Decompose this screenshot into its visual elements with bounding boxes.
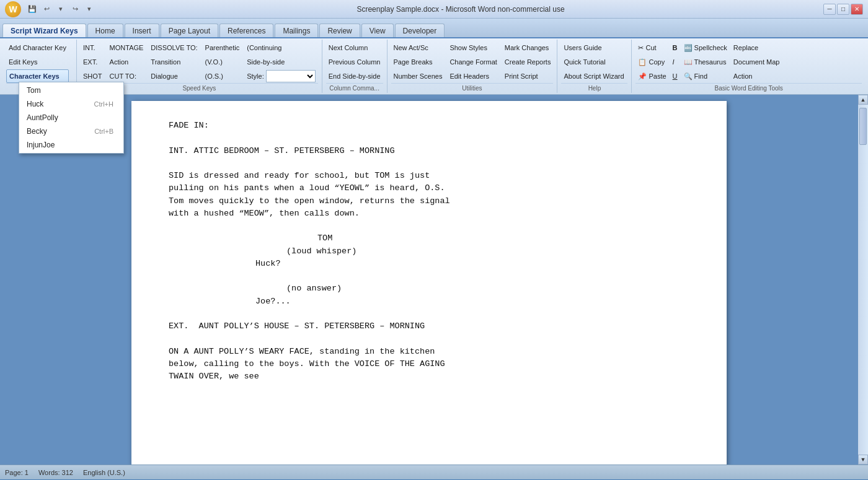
tab-review[interactable]: Review — [319, 24, 360, 37]
scrollbar-vertical[interactable]: ▲ ▼ — [858, 95, 868, 465]
edit-keys-button[interactable]: Edit Keys — [6, 55, 69, 69]
tab-references[interactable]: References — [219, 24, 273, 37]
quick-tutorial-button[interactable]: Quick Tutorial — [561, 55, 626, 69]
group-content-column: Next Column Previous Column End Side-by-… — [326, 41, 383, 83]
cut-to-button[interactable]: CUT TO: — [107, 69, 146, 83]
italic-button[interactable]: I — [670, 55, 680, 69]
line-parenthetical-1: (loud whisper) — [286, 245, 689, 258]
utilities-col2: Show Styles Change Format Edit Headers — [447, 41, 499, 83]
line-fade-in: FADE IN: — [169, 120, 689, 132]
menu-item-injunjoe[interactable]: InjunJoe — [19, 138, 123, 152]
ext-button[interactable]: EXT. — [81, 55, 105, 69]
group-label-utilities: Utilities — [391, 83, 554, 92]
thesaurus-button[interactable]: 📖 Thesaurus — [681, 55, 730, 69]
ribbon-tab-bar: Script Wizard Keys Home Insert Page Layo… — [0, 19, 868, 37]
about-script-wizard-button[interactable]: About Script Wizard — [561, 69, 626, 83]
blank-5 — [169, 308, 689, 320]
scroll-up-button[interactable]: ▲ — [858, 95, 868, 105]
line-action-4: with a hushed “MEOW”, then calls down. — [169, 207, 689, 220]
os-button[interactable]: (O.S.) — [203, 69, 242, 83]
create-reports-button[interactable]: Create Reports — [502, 55, 554, 69]
status-words: Words: 312 — [38, 469, 73, 476]
number-scenes-button[interactable]: Number Scenes — [391, 69, 445, 83]
int-button[interactable]: INT. — [81, 41, 105, 55]
page-breaks-button[interactable]: Page Breaks — [391, 55, 445, 69]
blank-3 — [169, 220, 689, 232]
minimize-button[interactable]: ─ — [823, 4, 836, 15]
dissolve-to-button[interactable]: DISSOLVE TO: — [148, 41, 200, 55]
save-button[interactable]: 💾 — [26, 3, 38, 15]
scroll-down-button[interactable]: ▼ — [858, 455, 868, 465]
montage-button[interactable]: MONTAGE — [107, 41, 146, 55]
transition-button[interactable]: Transition — [148, 55, 200, 69]
maximize-button[interactable]: □ — [837, 4, 849, 15]
menu-item-becky[interactable]: Becky Ctrl+B — [19, 124, 123, 138]
group-content-speed: INT. EXT. SHOT MONTAGE Action CUT TO: DI… — [81, 41, 318, 83]
tab-developer[interactable]: Developer — [395, 24, 445, 37]
next-column-button[interactable]: Next Column — [326, 41, 383, 55]
action-button[interactable]: Action — [107, 55, 146, 69]
document-page[interactable]: FADE IN: INT. ATTIC BEDROOM – ST. PETERS… — [131, 101, 727, 465]
find-button[interactable]: 🔍 Find — [681, 69, 730, 83]
parenthetic-button[interactable]: Parenthetic — [203, 41, 242, 55]
menu-item-auntpolly[interactable]: AuntPolly — [19, 111, 123, 124]
document-scroll[interactable]: FADE IN: INT. ATTIC BEDROOM – ST. PETERS… — [0, 95, 858, 465]
tab-script-wizard-keys[interactable]: Script Wizard Keys — [2, 24, 86, 37]
group-utilities: New Act/Sc Page Breaks Number Scenes Sho… — [388, 40, 558, 93]
customize-button[interactable]: ▾ — [83, 3, 95, 15]
change-format-button[interactable]: Change Format — [447, 55, 499, 69]
document-container: FADE IN: INT. ATTIC BEDROOM – ST. PETERS… — [0, 95, 868, 465]
vo-button[interactable]: (V.O.) — [203, 55, 242, 69]
redo-button[interactable]: ↪ — [69, 3, 81, 15]
speed-col1: INT. EXT. SHOT — [81, 41, 105, 83]
users-guide-button[interactable]: Users Guide — [561, 41, 626, 55]
menu-item-tom[interactable]: Tom — [19, 84, 123, 97]
title-bar-left: W 💾 ↩ ▾ ↪ ▾ — [5, 1, 98, 17]
document-map-button[interactable]: Document Map — [731, 55, 782, 69]
shot-button[interactable]: SHOT — [81, 69, 105, 83]
undo-button[interactable]: ↩ — [40, 3, 53, 15]
close-button[interactable]: ✕ — [851, 4, 863, 15]
new-act-sc-button[interactable]: New Act/Sc — [391, 41, 445, 55]
group-label-column: Column Comma... — [326, 83, 383, 92]
group-word-tools: ✂ Cut 📋 Copy 📌 Paste B I U 🔤 Spellcheck … — [632, 40, 866, 93]
mark-changes-button[interactable]: Mark Changes — [502, 41, 554, 55]
tab-insert[interactable]: Insert — [125, 24, 159, 37]
menu-item-huck[interactable]: Huck Ctrl+H — [19, 97, 123, 111]
copy-button[interactable]: 📋 Copy — [636, 55, 668, 69]
edit-headers-button[interactable]: Edit Headers — [447, 69, 499, 83]
previous-column-button[interactable]: Previous Column — [326, 55, 383, 69]
tab-mailings[interactable]: Mailings — [275, 24, 318, 37]
add-character-key-button[interactable]: Add Character Key — [6, 41, 69, 55]
ribbon: Script Wizard Keys Home Insert Page Layo… — [0, 19, 868, 95]
help-col: Users Guide Quick Tutorial About Script … — [561, 41, 626, 83]
paste-button[interactable]: 📌 Paste — [636, 69, 668, 83]
replace-button[interactable]: Replace — [731, 41, 782, 55]
side-by-side-button[interactable]: Side-by-side — [244, 55, 318, 69]
menu-item-auntpolly-label: AuntPolly — [27, 113, 58, 122]
group-content-word-tools: ✂ Cut 📋 Copy 📌 Paste B I U 🔤 Spellcheck … — [636, 41, 862, 83]
tab-home[interactable]: Home — [87, 24, 123, 37]
line-character-tom: TOM — [317, 232, 689, 245]
show-styles-button[interactable]: Show Styles — [447, 41, 499, 55]
blank-1 — [169, 132, 689, 144]
clipboard-col: ✂ Cut 📋 Copy 📌 Paste — [636, 41, 668, 83]
end-side-by-side-button[interactable]: End Side-by-side — [326, 69, 383, 83]
spellcheck-button[interactable]: 🔤 Spellcheck — [681, 41, 730, 55]
cut-button[interactable]: ✂ Cut — [636, 41, 668, 55]
scroll-thumb[interactable] — [859, 108, 867, 145]
character-keys-button[interactable]: Character Keys — [6, 69, 69, 83]
dialogue-button[interactable]: Dialogue — [148, 69, 200, 83]
office-button[interactable]: W — [5, 1, 21, 17]
bold-button[interactable]: B — [670, 41, 680, 55]
tab-view[interactable]: View — [361, 24, 394, 37]
undo-dropdown[interactable]: ▾ — [55, 3, 67, 15]
print-script-button[interactable]: Print Script — [502, 69, 554, 83]
style-select[interactable] — [266, 70, 316, 82]
continuing-button[interactable]: (Continuing — [244, 41, 318, 55]
tools-col: 🔤 Spellcheck 📖 Thesaurus 🔍 Find — [681, 41, 730, 83]
line-action-1: SID is dressed and ready for school, but… — [169, 170, 689, 182]
action-label[interactable]: Action — [731, 69, 782, 83]
tab-page-layout[interactable]: Page Layout — [161, 24, 218, 37]
underline-button[interactable]: U — [670, 69, 680, 83]
